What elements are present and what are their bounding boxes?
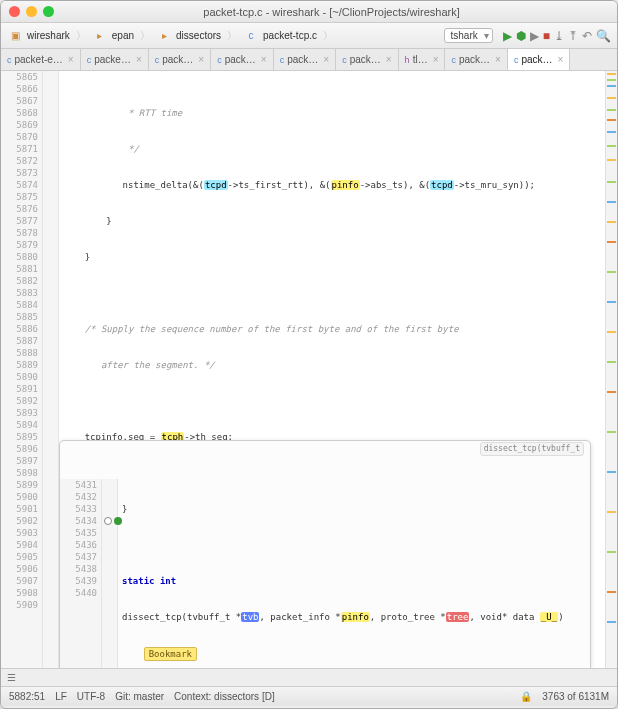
tool-window-menu-icon[interactable]: ☰ (7, 672, 16, 683)
titlebar: packet-tcp.c - wireshark - [~/ClionProje… (1, 1, 617, 23)
project-icon[interactable]: ▣ (7, 28, 23, 44)
editor-tab[interactable]: cpack…× (508, 49, 570, 70)
window-title: packet-tcp.c - wireshark - [~/ClionProje… (54, 6, 609, 18)
minimap[interactable] (605, 71, 617, 668)
editor: 5865 5866 5867 5868 5869 5870 5871 5872 … (1, 71, 617, 668)
line-separator[interactable]: LF (55, 691, 67, 702)
tool-window-bar[interactable]: ☰ (1, 668, 617, 686)
git-branch[interactable]: Git: master (115, 691, 164, 702)
editor-tab[interactable]: cpack…× (336, 49, 398, 70)
file-icon: c (243, 28, 259, 44)
toolbar: ▣ wireshark〉 ▸ epan〉 ▸ dissectors〉 c pac… (1, 23, 617, 49)
close-tab-icon[interactable]: × (261, 54, 267, 65)
breadcrumb-2[interactable]: dissectors (176, 30, 221, 41)
overlay-gutter-icons (102, 479, 118, 668)
editor-tab[interactable]: cpack…× (445, 49, 507, 70)
memory-indicator[interactable]: 3763 of 6131M (542, 691, 609, 702)
gutter[interactable]: 5865 5866 5867 5868 5869 5870 5871 5872 … (1, 71, 43, 668)
folder-icon: ▸ (92, 28, 108, 44)
close-tab-icon[interactable]: × (433, 54, 439, 65)
gutter-icons[interactable] (43, 71, 59, 668)
editor-tabs: cpacket-e…×cpacke…×cpack…×cpack…×cpack…×… (1, 49, 617, 71)
context[interactable]: Context: dissectors [D] (174, 691, 275, 702)
popup-signature: dissect_tcp(tvbuff_t (480, 442, 584, 456)
editor-tab[interactable]: cpack…× (274, 49, 336, 70)
zoom-window[interactable] (43, 6, 54, 17)
vcs-update-icon[interactable]: ⤓ (554, 29, 564, 43)
coverage-icon[interactable]: ▶ (530, 29, 539, 43)
code-area[interactable]: * RTT time */ nstime_delta(&(tcpd->ts_fi… (59, 71, 605, 668)
breadcrumb-0[interactable]: wireshark (27, 30, 70, 41)
lock-icon[interactable]: 🔒 (520, 691, 532, 702)
editor-tab[interactable]: cpack…× (211, 49, 273, 70)
folder-icon: ▸ (156, 28, 172, 44)
traffic-lights (9, 6, 54, 17)
breadcrumb-1[interactable]: epan (112, 30, 134, 41)
encoding[interactable]: UTF-8 (77, 691, 105, 702)
close-tab-icon[interactable]: × (558, 54, 564, 65)
close-tab-icon[interactable]: × (386, 54, 392, 65)
editor-tab[interactable]: htl…× (399, 49, 446, 70)
stop-icon[interactable]: ■ (543, 29, 550, 43)
close-tab-icon[interactable]: × (68, 54, 74, 65)
overlay-gutter: 5431 5432 5433 5434 5435 5436 5437 5438 … (60, 479, 102, 668)
close-window[interactable] (9, 6, 20, 17)
bookmark-badge[interactable]: Bookmark (144, 647, 197, 661)
breadcrumb-3[interactable]: packet-tcp.c (263, 30, 317, 41)
editor-tab[interactable]: cpacket-e…× (1, 49, 81, 70)
close-tab-icon[interactable]: × (323, 54, 329, 65)
close-tab-icon[interactable]: × (495, 54, 501, 65)
revert-icon[interactable]: ↶ (582, 29, 592, 43)
editor-tab[interactable]: cpack…× (149, 49, 211, 70)
run-config-combo[interactable]: tshark (444, 28, 493, 43)
search-icon[interactable]: 🔍 (596, 29, 611, 43)
debug-icon[interactable]: ⬢ (516, 29, 526, 43)
caret-position[interactable]: 5882:51 (9, 691, 45, 702)
status-bar: 5882:51 LF UTF-8 Git: master Context: di… (1, 686, 617, 706)
run-icon[interactable]: ▶ (503, 29, 512, 43)
close-tab-icon[interactable]: × (136, 54, 142, 65)
quick-definition-popup[interactable]: dissect_tcp(tvbuff_t 5431 5432 5433 5434… (59, 440, 591, 668)
vcs-commit-icon[interactable]: ⤒ (568, 29, 578, 43)
minimize-window[interactable] (26, 6, 37, 17)
close-tab-icon[interactable]: × (198, 54, 204, 65)
editor-tab[interactable]: cpacke…× (81, 49, 149, 70)
